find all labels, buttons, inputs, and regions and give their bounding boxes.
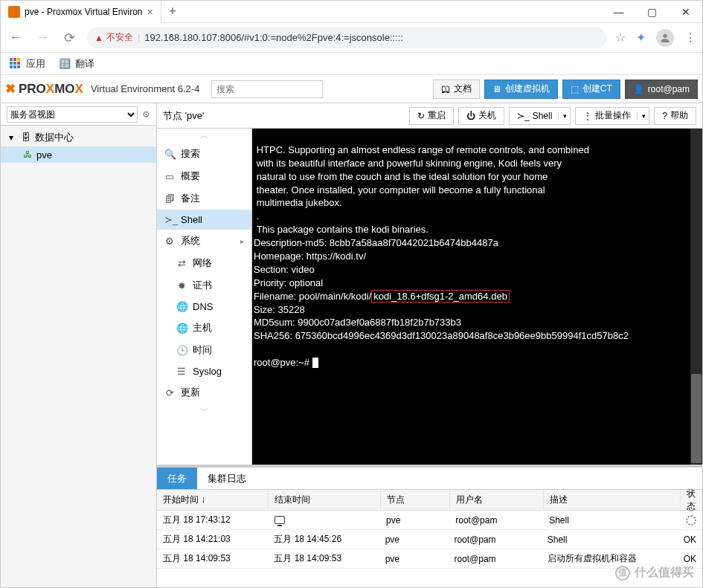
docs-button[interactable]: 🕮文档 — [433, 80, 480, 99]
table-row[interactable]: 五月 18 17:43:12pveroot@pamShell — [157, 511, 702, 530]
tab-cluster-log[interactable]: 集群日志 — [197, 468, 257, 489]
table-row[interactable]: 五月 18 14:09:53五月 18 14:09:53pveroot@pam启… — [157, 549, 702, 569]
tab-title: pve - Proxmox Virtual Environ — [25, 7, 143, 17]
restart-icon: ↻ — [417, 111, 425, 121]
tree-datacenter[interactable]: ▾ 🗄 数据中心 — [1, 129, 156, 146]
create-ct-button[interactable]: ⬚创建CT — [562, 80, 620, 99]
help-button[interactable]: ?帮助 — [654, 107, 696, 125]
globe-icon: 🌐 — [176, 301, 187, 312]
url-text: 192.168.180.107:8006/#v1:0:=node%2Fpve:4… — [144, 32, 403, 43]
new-tab-button[interactable]: + — [161, 4, 184, 19]
scroll-down-icon[interactable]: ﹀ — [157, 404, 251, 418]
menu-icon[interactable]: ⋮ — [684, 30, 696, 45]
user-menu-button[interactable]: 👤root@pam — [625, 80, 698, 99]
favicon-icon — [8, 6, 20, 18]
col-desc[interactable]: 描述 — [544, 490, 681, 510]
node-toolbar: 节点 'pve' ↻重启 ⏻关机 ≻_Shell▾ ⋮批量操作▾ ?帮助 — [157, 103, 702, 129]
submenu-network[interactable]: ⇄网络 — [157, 252, 251, 274]
view-select[interactable]: 服务器视图 — [7, 106, 138, 123]
submenu-syslog[interactable]: ☰Syslog — [157, 361, 251, 381]
submenu-update[interactable]: ⟳更新 — [157, 381, 251, 404]
cube-icon: ⬚ — [571, 84, 579, 94]
tasks-grid-header: 开始时间 ↓ 结束时间 节点 用户名 描述 状态 — [157, 490, 702, 511]
browser-tab[interactable]: pve - Proxmox Virtual Environ × — [1, 1, 161, 23]
cursor-icon — [312, 358, 318, 368]
col-user[interactable]: 用户名 — [450, 490, 544, 510]
chevron-down-icon[interactable]: ▾ — [637, 112, 646, 120]
power-icon: ⏻ — [466, 111, 475, 121]
security-warning-icon: ▲ 不安全 — [94, 31, 133, 44]
shell-prompt: root@pve:~# — [254, 357, 312, 368]
tasks-panel: 任务 集群日志 开始时间 ↓ 结束时间 节点 用户名 描述 状态 五月 18 1… — [157, 465, 702, 587]
col-start-time[interactable]: 开始时间 ↓ — [157, 490, 269, 510]
submenu-shell[interactable]: ≻_Shell — [157, 210, 251, 230]
proxmox-logo: ✖ PROXMOX — [5, 81, 83, 97]
col-node[interactable]: 节点 — [381, 490, 450, 510]
terminal-icon: ≻_ — [164, 214, 175, 225]
notes-icon: 🗐 — [164, 193, 175, 204]
nav-forward-button[interactable]: → — [33, 30, 51, 45]
collapse-icon[interactable]: ▾ — [5, 132, 17, 143]
network-icon: ⇄ — [176, 258, 187, 269]
col-status[interactable]: 状态 — [681, 490, 702, 510]
node-title: 节点 'pve' — [163, 109, 405, 123]
apps-bookmark[interactable]: 应用 — [10, 57, 45, 71]
bulk-actions-button[interactable]: ⋮批量操作▾ — [575, 107, 649, 125]
product-version: Virtual Environment 6.2-4 — [91, 83, 199, 94]
terminal-icon: ≻_ — [517, 111, 530, 121]
global-search-input[interactable] — [211, 80, 323, 98]
submenu-system[interactable]: ⚙系统▸ — [157, 230, 251, 252]
list-icon: ☰ — [176, 366, 187, 377]
scrollbar-thumb[interactable] — [691, 374, 702, 463]
resource-tree-panel: 服务器视图 ⚙ ▾ 🗄 数据中心 🖧 pve — [1, 103, 157, 587]
shell-terminal[interactable]: HTPC. Supporting an almost endless range… — [252, 129, 702, 465]
star-icon[interactable]: ☆ — [615, 30, 626, 45]
browser-urlbar: ← → ⟳ ▲ 不安全 | 192.168.180.107:8006/#v1:0… — [1, 23, 702, 53]
window-close-button[interactable]: ✕ — [669, 1, 702, 23]
submenu-notes[interactable]: 🗐备注 — [157, 187, 251, 210]
search-icon: 🔍 — [164, 149, 175, 160]
certificate-icon: ✸ — [176, 280, 187, 291]
window-minimize-button[interactable]: — — [602, 1, 635, 23]
book-icon: ▭ — [164, 171, 175, 182]
chevron-down-icon[interactable]: ▾ — [558, 112, 567, 120]
profile-avatar-icon[interactable] — [656, 29, 674, 47]
globe-icon: 🌐 — [176, 323, 187, 334]
submenu-host[interactable]: 🌐主机 — [157, 317, 251, 339]
window-maximize-button[interactable]: ▢ — [635, 1, 669, 23]
submenu-summary[interactable]: ▭概要 — [157, 165, 251, 187]
restart-button[interactable]: ↻重启 — [409, 107, 454, 125]
scroll-up-icon[interactable]: ︿ — [157, 129, 251, 143]
extension-icon[interactable]: ✦ — [636, 30, 646, 45]
monitor-icon — [275, 516, 285, 524]
shell-button[interactable]: ≻_Shell▾ — [509, 107, 571, 125]
pve-header: ✖ PROXMOX Virtual Environment 6.2-4 🕮文档 … — [1, 75, 702, 103]
monitor-icon: 🖥 — [492, 84, 501, 94]
user-icon: 👤 — [633, 84, 644, 94]
col-end-time[interactable]: 结束时间 — [269, 490, 380, 510]
nav-reload-button[interactable]: ⟳ — [60, 30, 78, 46]
shutdown-button[interactable]: ⏻关机 — [458, 107, 504, 125]
nav-back-button[interactable]: ← — [7, 30, 25, 45]
url-input[interactable]: ▲ 不安全 | 192.168.180.107:8006/#v1:0:=node… — [87, 28, 606, 48]
list-icon: ⋮ — [583, 111, 592, 121]
browser-titlebar: pve - Proxmox Virtual Environ × + — ▢ ✕ — [1, 1, 702, 23]
tree-node-pve[interactable]: 🖧 pve — [1, 146, 156, 163]
gears-icon: ⚙ — [164, 236, 175, 247]
terminal-scrollbar[interactable] — [690, 129, 702, 465]
submenu-search[interactable]: 🔍搜索 — [157, 143, 251, 165]
close-tab-icon[interactable]: × — [147, 6, 153, 18]
submenu-cert[interactable]: ✸证书 — [157, 274, 251, 297]
svg-point-0 — [663, 33, 667, 37]
settings-gear-icon[interactable]: ⚙ — [142, 109, 150, 120]
translate-icon: 🔠 — [59, 58, 71, 69]
create-vm-button[interactable]: 🖥创建虚拟机 — [484, 80, 558, 99]
logo-x-icon: ✖ — [5, 81, 16, 97]
submenu-time[interactable]: 🕒时间 — [157, 339, 251, 361]
server-icon: 🖧 — [22, 149, 33, 161]
tab-tasks[interactable]: 任务 — [157, 468, 197, 489]
translate-bookmark[interactable]: 🔠 翻译 — [59, 57, 94, 71]
submenu-dns[interactable]: 🌐DNS — [157, 297, 251, 317]
spinner-icon — [686, 515, 696, 526]
table-row[interactable]: 五月 18 14:21:03五月 18 14:45:26pveroot@pamS… — [157, 530, 702, 549]
